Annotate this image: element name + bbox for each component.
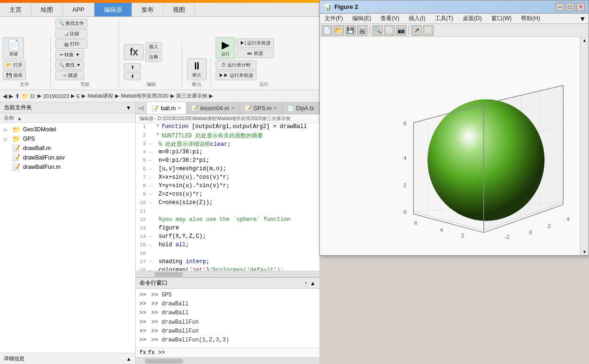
print-button[interactable]: 🖨️ 打印 [55,39,88,49]
edit-buttons: fx 插入 注释 ⬆ ⬇ [124,42,178,80]
tab-view[interactable]: 视图 [163,3,195,16]
col-sort-icon[interactable]: ▲ [17,115,22,121]
fig-save-btn[interactable]: 💾 [345,25,356,36]
fig-open-btn[interactable]: 📂 [333,25,344,36]
cmd-output-4: >> >> drawBallFun [140,318,316,327]
close-tab-btn[interactable]: ✕ [273,106,277,111]
fx-button[interactable]: fx [124,44,144,60]
menu-edit[interactable]: 编辑(E) [348,14,376,23]
list-item-drawballfun-m[interactable]: 📝 drawBallFun.m [2,162,133,172]
file-panel-header: 当前文件夹 ▼ [0,102,135,114]
scroll-down-btn[interactable]: ▼ [582,250,587,254]
menu-view[interactable]: 查看(V) [376,14,404,23]
figure2-plot[interactable]: 6 4 2 0 6 4 2 -2 0 2 4 -2 [320,37,589,255]
tab-count[interactable]: +5 [136,102,147,114]
menu-window[interactable]: 窗口(W) [487,14,516,23]
insert-button[interactable]: 插入 [145,42,162,52]
nav-forward[interactable]: ▶ [9,93,13,99]
tab-label: GPS.m [254,105,272,112]
code-area[interactable]: 1 ▼ function [outputArg1,outputArg2] = d… [136,123,319,271]
tab-label: ball.m [161,105,176,112]
cmd-prompt-symbol: fx >> [148,349,165,356]
scroll-up-btn[interactable]: ▲ [582,38,587,43]
tab-icon: 📝 [245,105,252,112]
x-label-2: 2 [461,233,464,238]
toolbar-sep1 [370,26,370,35]
file-panel-subheader: 名称 ▲ [0,114,135,123]
ribbon-group-breakpoint: ⏸ 断点 断点 [187,58,211,88]
close-tab-btn[interactable]: ✕ [178,106,181,111]
tab-publish[interactable]: 发布 [132,3,163,16]
expand-icon: ▷ [4,136,9,142]
tab-plot[interactable]: 绘图 [31,3,63,16]
fig-new-btn[interactable]: 📄 [322,25,332,36]
list-item-gps[interactable]: ▷ 📁 GPS [2,134,133,144]
fig-rotate-btn[interactable]: 📷 [396,25,406,36]
run-section-button[interactable]: ▶▶ 运行并前进 [216,71,256,80]
file-group-label: 文件 [20,81,29,88]
run-group-label: 运行 [259,81,269,88]
scrollbar-thumb-h[interactable] [155,272,183,277]
menu-desktop[interactable]: 桌面(D) [458,14,487,23]
list-item-drawballfun-asv[interactable]: 📝 drawBallFun.asv [2,153,133,162]
detail-collapse[interactable]: ▲ [126,356,132,362]
tab-editor[interactable]: 编辑器 [94,3,132,16]
menu-help[interactable]: 帮助(H) [516,14,545,23]
convert-button[interactable]: ↩ 转换 ▼ [55,50,84,60]
menu-tools[interactable]: 工具(T) [430,14,458,23]
list-item-geo3d[interactable]: ▷ 📁 Geo3DModel [2,125,133,134]
run-advance-button[interactable]: ▶| 运行并前进 [237,38,274,48]
maximize-button[interactable]: □ [566,3,574,11]
fig-brush-btn[interactable]: ⬜ [423,25,434,36]
cmd-header: 命令行窗口 ↑ ▲ [136,278,319,289]
tab-ballm[interactable]: 📝 ball.m ✕ [147,102,186,114]
code-line-16: 16 [136,250,319,258]
cmd-input[interactable] [167,349,316,356]
indent-up-button[interactable]: ⬆ [124,63,141,71]
close-tab-btn[interactable]: ✕ [231,106,235,111]
advance-button[interactable]: ⏭ 前进 [237,49,274,58]
cmd-scrollbar-thumb[interactable] [145,359,183,364]
fig-cursor-btn[interactable]: ↗ [411,25,422,36]
code-scrollbar-h[interactable] [136,271,319,277]
tab-icon: 📝 [152,105,159,112]
minimize-button[interactable]: ─ [556,3,564,11]
tab-dipa[interactable]: 📄 DipA.tx [282,102,319,114]
find-files-button[interactable]: 🔍 查找文件 [55,19,88,28]
z-label-2: 2 [403,182,406,188]
comment-button[interactable]: 注释 [145,53,162,62]
cmd-scrollbar-h[interactable] [136,357,319,364]
tab-app[interactable]: APP [63,3,94,16]
list-item-drawball[interactable]: 📝 drawBall.m [2,144,133,153]
fig-print-btn[interactable]: 🖨️ [357,25,367,36]
nav-back[interactable]: ◀ [3,93,7,99]
cmd-content: >> >> GPS >> >> drawBall >> >> drawBall … [136,289,319,348]
figure2-collapse-btn[interactable]: ▼ [576,15,589,23]
figure2-scrollbar-v[interactable]: ▲ ▼ [580,37,589,255]
new-button[interactable]: 📄 新建 [3,37,24,59]
open-button[interactable]: 📂 打开 [3,61,26,70]
nav-up[interactable]: ⬆ [15,93,20,99]
fig-pan-btn[interactable]: ⬜ [384,25,395,36]
find-button[interactable]: 🔍 查找 ▼ [55,61,84,70]
indent-down-button[interactable]: ⬇ [124,72,141,80]
run-button[interactable]: ▶ 运行 [216,37,235,59]
breakpoint-button[interactable]: ⏸ 断点 [187,58,207,80]
tab-lesson04[interactable]: 📝 lesson04.m ✕ [186,102,240,114]
fig-zoom-btn[interactable]: 🔍 [372,25,383,36]
panel-collapse-btn[interactable]: ▼ [126,105,132,111]
cmd-collapse[interactable]: ▲ [310,280,316,287]
tab-gps[interactable]: 📝 GPS.m ✕ [240,102,283,114]
menu-insert[interactable]: 插入(I) [404,14,430,23]
cmd-scroll-up[interactable]: ↑ [304,280,307,287]
run-timer-button[interactable]: ⏱ 运行并计时 [216,61,256,70]
close-button[interactable]: ✕ [576,3,585,11]
editor-area: +5 📝 ball.m ✕ 📝 lesson04.m ✕ 📝 GPS.m ✕ [136,102,319,364]
compare-button[interactable]: 📊 比较 [55,29,88,38]
code-line-11: 11 [136,208,319,216]
save-button[interactable]: 💾 保存 [3,71,26,80]
goto-button[interactable]: ⇒ 跳进 [55,71,84,80]
mfile-icon: 📝 [12,144,20,152]
tab-home[interactable]: 主页 [0,3,31,16]
menu-file[interactable]: 文件(F) [320,14,348,23]
